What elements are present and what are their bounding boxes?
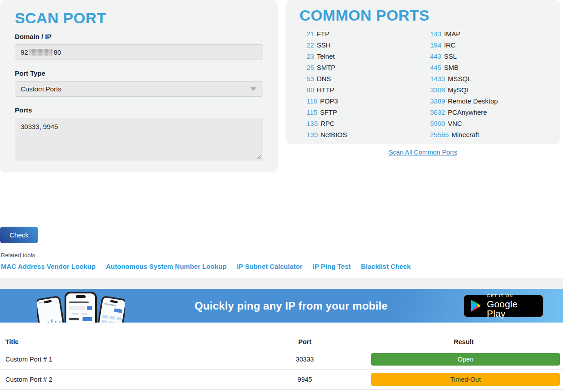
port-number-link[interactable]: 194 xyxy=(430,41,442,49)
table-row: Custom Port # 1 30333 Open xyxy=(0,349,563,370)
scan-all-common-ports-link[interactable]: Scan All Common Ports xyxy=(389,149,457,156)
port-number-link[interactable]: 3306 xyxy=(430,86,445,94)
port-type-selected-value: Custom Ports xyxy=(21,85,61,93)
domain-ip-value-suffix: 80 xyxy=(54,48,61,56)
google-play-label: Google Play xyxy=(487,299,537,318)
port-number-link[interactable]: 21 xyxy=(307,30,314,38)
port-item: 23 Telnet xyxy=(307,51,423,62)
page: SCAN PORT Domain / IP 9280 Port Type Cus… xyxy=(0,0,563,392)
port-number-link[interactable]: 53 xyxy=(307,75,314,82)
port-name: IRC xyxy=(444,41,456,49)
port-item: 110 POP3 xyxy=(307,95,423,107)
redacted-ip-segment xyxy=(29,49,52,56)
related-tool-link[interactable]: IP Subnet Calculator xyxy=(237,263,302,270)
port-item: 25 SMTP xyxy=(307,62,423,73)
port-name: SMTP xyxy=(317,64,336,71)
related-tool-link[interactable]: MAC Address Vendor Lookup xyxy=(1,263,95,270)
port-number-link[interactable]: 143 xyxy=(430,30,442,38)
port-item: 3306 MySQL xyxy=(430,84,547,95)
domain-ip-input[interactable]: 9280 xyxy=(15,44,263,60)
port-name: Minecraft xyxy=(451,131,479,138)
port-item: 5632 PCAnywhere xyxy=(430,107,547,118)
row-title: Custom Port # 2 xyxy=(0,376,242,383)
phones-illustration-wrapper xyxy=(0,289,119,323)
google-play-text: GET IT ON Google Play xyxy=(487,293,537,319)
table-row: Custom Port # 2 9945 Timed-Out xyxy=(0,370,563,390)
common-ports-title: COMMON PORTS xyxy=(299,0,546,24)
google-play-icon xyxy=(470,299,481,313)
port-number-link[interactable]: 5632 xyxy=(430,108,445,116)
port-name: HTTP xyxy=(317,86,334,94)
port-type-select[interactable]: Custom Ports xyxy=(15,81,263,97)
row-title: Custom Port # 1 xyxy=(0,356,242,363)
chevron-down-icon xyxy=(250,87,256,91)
port-item: 3389 Remote Desktop xyxy=(430,95,547,107)
header-title: Title xyxy=(0,338,242,345)
resize-handle-icon[interactable] xyxy=(256,155,261,159)
port-item: 21 FTP xyxy=(307,28,423,39)
port-number-link[interactable]: 139 xyxy=(307,131,318,138)
port-item: 139 NetBIOS xyxy=(307,129,423,140)
row-result-cell: Timed-Out xyxy=(368,373,560,386)
port-number-link[interactable]: 445 xyxy=(430,64,442,71)
port-number-link[interactable]: 5900 xyxy=(430,120,445,127)
port-item: 143 IMAP xyxy=(430,28,547,39)
port-number-link[interactable]: 115 xyxy=(307,108,317,116)
related-tools-label: Related tools xyxy=(1,252,35,258)
header-port: Port xyxy=(242,338,368,345)
port-name: VNC xyxy=(448,120,462,127)
port-number-link[interactable]: 1433 xyxy=(430,75,445,82)
ports-textarea[interactable]: 30333, 9945 xyxy=(15,118,263,161)
port-item: 53 DNS xyxy=(307,73,423,84)
related-tool-link[interactable]: Autonomous System Number Lookup xyxy=(106,263,226,270)
port-item: 80 HTTP xyxy=(307,84,423,95)
port-name: MSSQL xyxy=(448,75,472,82)
scan-results-table: Title Port Result Custom Port # 1 30333 … xyxy=(0,334,563,390)
header-result: Result xyxy=(368,338,560,345)
port-number-link[interactable]: 25565 xyxy=(430,131,449,138)
port-name: FTP xyxy=(317,30,329,38)
port-item: 443 SSL xyxy=(430,51,547,62)
domain-ip-value-prefix: 92 xyxy=(21,48,28,56)
port-number-link[interactable]: 25 xyxy=(307,64,314,71)
scan-all-wrapper: Scan All Common Ports xyxy=(286,148,560,156)
port-name: POP3 xyxy=(320,97,338,105)
port-item: 25565 Minecraft xyxy=(430,129,547,140)
ports-value: 30333, 9945 xyxy=(21,123,58,130)
port-number-link[interactable]: 110 xyxy=(307,97,317,105)
port-name: SFTP xyxy=(320,108,337,116)
related-tools-nav: MAC Address Vendor LookupAutonomous Syst… xyxy=(1,263,411,270)
port-number-link[interactable]: 22 xyxy=(307,41,314,49)
related-tool-link[interactable]: IP Ping Test xyxy=(313,263,351,270)
port-item: 5900 VNC xyxy=(430,118,547,129)
common-ports-panel: COMMON PORTS 21 FTP 22 SSH 23 xyxy=(286,0,560,144)
port-name: DNS xyxy=(317,75,331,82)
status-badge: Open xyxy=(371,353,560,366)
port-number-link[interactable]: 3389 xyxy=(430,97,445,105)
port-name: IMAP xyxy=(444,30,461,38)
google-play-badge[interactable]: GET IT ON Google Play xyxy=(463,295,543,317)
phones-illustration-icon xyxy=(37,291,125,323)
scan-port-panel: SCAN PORT Domain / IP 9280 Port Type Cus… xyxy=(0,0,278,172)
port-number-link[interactable]: 80 xyxy=(307,86,314,94)
row-port: 30333 xyxy=(242,356,368,363)
port-name: MySQL xyxy=(448,86,470,94)
get-it-on-text: GET IT ON xyxy=(487,293,537,298)
port-number-link[interactable]: 135 xyxy=(307,120,318,127)
related-tool-link[interactable]: Blacklist Check xyxy=(361,263,411,270)
port-item: 135 RPC xyxy=(307,118,423,129)
mobile-app-banner: Quickly ping any IP from your mobile GET… xyxy=(0,289,563,323)
port-name: SSL xyxy=(444,52,457,60)
port-item: 445 SMB xyxy=(430,62,547,73)
ports-label: Ports xyxy=(15,106,263,114)
banner-headline: Quickly ping any IP from your mobile xyxy=(119,300,463,312)
port-name: Remote Desktop xyxy=(448,97,498,105)
check-button[interactable]: Check xyxy=(0,227,38,243)
port-number-link[interactable]: 23 xyxy=(307,52,314,60)
port-name: SMB xyxy=(444,64,459,71)
port-item: 22 SSH xyxy=(307,39,423,51)
row-result-cell: Open xyxy=(368,353,560,366)
port-number-link[interactable]: 443 xyxy=(430,52,442,60)
status-badge: Timed-Out xyxy=(371,373,560,386)
domain-ip-label: Domain / IP xyxy=(15,33,263,40)
